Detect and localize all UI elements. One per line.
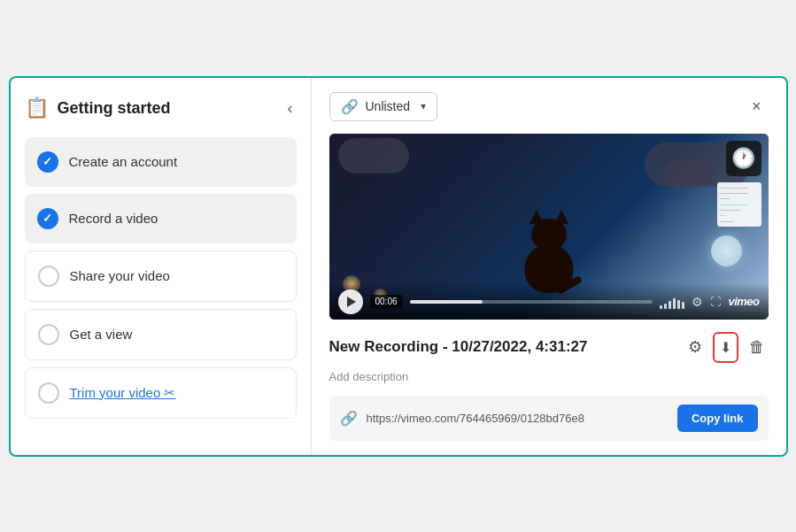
link-icon: 🔗 [340, 410, 358, 427]
settings-button[interactable]: ⚙ [684, 334, 706, 360]
check-circle-record-video: ✓ [37, 208, 58, 229]
checklist-label-share-video: Share your video [70, 268, 170, 283]
recording-info: New Recording - 10/27/2022, 4:31:27 ⚙ ⬇ … [329, 332, 769, 363]
vimeo-logo: vimeo [728, 295, 759, 308]
close-button[interactable]: × [745, 94, 769, 120]
chevron-down-icon: ▾ [421, 100, 426, 112]
cloud-3 [662, 160, 715, 187]
panel-header-left: 📋 Getting started [25, 96, 171, 120]
checklist-label-get-view: Get a view [70, 327, 133, 342]
link-row: 🔗 https://vimeo.com/764465969/0128bd76e8… [329, 396, 769, 441]
timer-icon: 🕐 [731, 147, 755, 170]
time-display: 00:06 [370, 295, 403, 308]
left-panel: 📋 Getting started ‹ ✓ Create an account … [11, 78, 312, 455]
checklist-label-trim-video: Trim your video ✂ [70, 385, 176, 401]
download-button[interactable]: ⬇ [716, 335, 735, 359]
vol-bar-5 [677, 300, 680, 309]
progress-bar[interactable] [410, 300, 653, 304]
recording-title: New Recording - 10/27/2022, 4:31:27 [329, 338, 588, 356]
cat-silhouette [514, 213, 584, 293]
checklist-item-record-video[interactable]: ✓ Record a video [25, 194, 297, 243]
checklist-item-get-view[interactable]: Get a view [25, 309, 297, 360]
fullscreen-icon[interactable]: ⛶ [710, 296, 721, 308]
vol-bar-4 [673, 298, 676, 309]
moon [711, 235, 742, 266]
delete-button[interactable]: 🗑 [746, 335, 769, 360]
side-preview-panel: ———————— ———————— ——— ———————— —————— ——… [717, 182, 761, 227]
panel-header: 📋 Getting started ‹ [25, 96, 297, 121]
main-container: 📋 Getting started ‹ ✓ Create an account … [9, 76, 788, 457]
unlisted-icon: 🔗 [341, 98, 359, 115]
vol-bar-2 [664, 304, 667, 309]
right-panel: 🔗 Unlisted ▾ × [312, 78, 786, 455]
checklist-item-trim-video[interactable]: Trim your video ✂ [25, 367, 297, 419]
getting-started-icon: 📋 [25, 96, 49, 120]
check-circle-share-video [38, 266, 59, 287]
checklist-label-record-video: Record a video [69, 211, 158, 226]
copy-link-button[interactable]: Copy link [677, 405, 758, 432]
play-button[interactable] [338, 289, 363, 314]
video-player: 🕐 ———————— ———————— ——— ———————— —————— … [329, 134, 769, 320]
add-description[interactable]: Add description [329, 370, 769, 383]
checklist-label-create-account: Create an account [69, 154, 178, 169]
controls-row: 00:06 ⚙ ⛶ vimeo [338, 289, 760, 314]
collapse-button[interactable]: ‹ [284, 96, 297, 121]
visibility-label: Unlisted [366, 99, 411, 113]
recording-actions: ⚙ ⬇ 🗑 [684, 332, 769, 363]
vol-bar-3 [668, 301, 671, 309]
check-circle-trim-video [38, 382, 59, 404]
cloud-2 [338, 138, 409, 173]
checkmark-icon: ✓ [43, 155, 52, 168]
checklist-item-create-account[interactable]: ✓ Create an account [25, 137, 297, 187]
progress-fill [410, 300, 483, 304]
download-button-wrapper: ⬇ [713, 332, 738, 363]
vol-bar-1 [660, 305, 662, 309]
settings-icon[interactable]: ⚙ [692, 295, 703, 309]
play-icon [347, 297, 356, 307]
link-url: https://vimeo.com/764465969/0128bd76e8 [367, 412, 668, 425]
panel-title: Getting started [58, 99, 171, 118]
vol-bar-6 [682, 302, 684, 309]
volume-bars [660, 295, 684, 309]
check-circle-get-view [38, 324, 59, 345]
check-circle-create-account: ✓ [37, 151, 58, 173]
right-header: 🔗 Unlisted ▾ × [329, 92, 769, 121]
timer-overlay: 🕐 [726, 141, 761, 176]
visibility-dropdown[interactable]: 🔗 Unlisted ▾ [329, 92, 438, 121]
video-controls: 00:06 ⚙ ⛶ vimeo [329, 282, 769, 320]
checklist-item-share-video[interactable]: Share your video [25, 251, 297, 302]
checkmark-icon-2: ✓ [43, 212, 52, 225]
